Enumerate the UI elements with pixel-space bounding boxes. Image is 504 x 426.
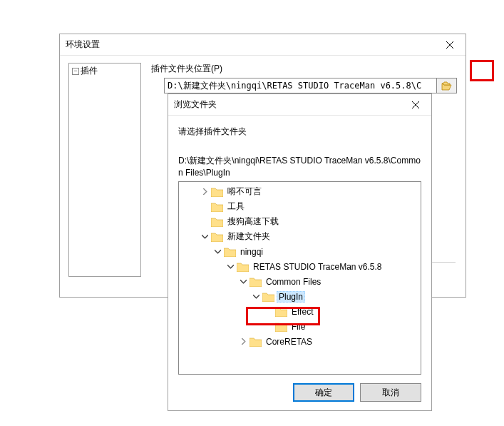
category-tree[interactable]: − 插件: [68, 63, 141, 277]
browse-folder-dialog: 浏览文件夹 请选择插件文件夹 D:\新建文件夹\ningqi\RETAS STU…: [168, 93, 432, 411]
browse-prompt: 请选择插件文件夹: [178, 126, 421, 138]
env-title: 环境设置: [66, 39, 100, 51]
expander-empty: [264, 308, 273, 316]
open-folder-icon: [441, 81, 453, 91]
tree-item[interactable]: Common Files: [179, 274, 421, 289]
tree-item[interactable]: RETAS STUDIO TraceMan v6.5.8: [179, 259, 421, 274]
chevron-down-icon[interactable]: [200, 233, 209, 241]
browse-current-path: D:\新建文件夹\ningqi\RETAS STUDIO TraceMan v6…: [178, 155, 421, 178]
plugin-path-input[interactable]: [164, 78, 437, 93]
expander-empty: [200, 203, 209, 211]
env-titlebar: 环境设置: [60, 34, 466, 56]
tree-label: File: [289, 321, 307, 333]
folder-icon: [275, 307, 287, 317]
tree-label: Effect: [289, 306, 315, 318]
tree-item[interactable]: File: [179, 319, 421, 334]
browse-body: 请选择插件文件夹 D:\新建文件夹\ningqi\RETAS STUDIO Tr…: [168, 116, 431, 410]
tree-item[interactable]: 嘚不可言: [179, 184, 421, 199]
minus-icon[interactable]: −: [72, 68, 79, 75]
tree-label: 工具: [225, 200, 247, 213]
tree-label: Common Files: [264, 276, 323, 288]
chevron-right-icon[interactable]: [200, 188, 209, 196]
browse-button-bar: 确定 取消: [178, 375, 421, 402]
tree-item[interactable]: Effect: [179, 304, 421, 319]
tree-item[interactable]: CoreRETAS: [179, 334, 421, 349]
tree-label: 嘚不可言: [225, 185, 264, 198]
env-close-button[interactable]: [433, 34, 466, 55]
folder-icon: [211, 202, 223, 212]
tree-item[interactable]: ningqi: [179, 244, 421, 259]
close-icon: [446, 41, 453, 49]
expander-empty: [264, 323, 273, 331]
tree-label: ningqi: [238, 246, 265, 258]
folder-icon: [275, 322, 287, 332]
category-item-plugin[interactable]: − 插件: [69, 64, 140, 78]
tree-label: 搜狗高速下载: [225, 215, 281, 228]
close-icon: [412, 101, 419, 108]
chevron-right-icon[interactable]: [239, 338, 247, 346]
tree-item-selected[interactable]: PlugIn: [179, 289, 421, 304]
tree-label: 新建文件夹: [225, 230, 272, 243]
chevron-down-icon[interactable]: [226, 263, 235, 271]
folder-icon: [211, 217, 223, 227]
tree-item[interactable]: 搜狗高速下载: [179, 214, 421, 229]
tree-label: PlugIn: [277, 291, 305, 303]
cancel-button[interactable]: 取消: [360, 383, 421, 402]
tree-item[interactable]: 新建文件夹: [179, 229, 421, 244]
folder-icon: [224, 247, 236, 257]
expander-empty: [200, 218, 209, 226]
browse-title: 浏览文件夹: [174, 98, 217, 111]
category-label: 插件: [81, 65, 98, 77]
tree-label: RETAS STUDIO TraceMan v6.5.8: [251, 261, 384, 273]
folder-icon: [262, 292, 274, 302]
path-row: [151, 78, 457, 93]
browse-button[interactable]: [437, 78, 457, 93]
browse-titlebar: 浏览文件夹: [168, 94, 431, 116]
folder-icon: [250, 277, 262, 287]
folder-tree[interactable]: 嘚不可言 工具 搜狗高速下载 新建文件夹 ningqi: [178, 181, 421, 375]
path-field-label: 插件文件夹位置(P): [151, 63, 457, 75]
chevron-down-icon[interactable]: [239, 278, 247, 286]
folder-icon: [250, 337, 262, 347]
folder-icon: [237, 262, 249, 272]
tree-item[interactable]: 工具: [179, 199, 421, 214]
tree-label: CoreRETAS: [264, 336, 314, 348]
chevron-down-icon[interactable]: [213, 248, 222, 256]
annotation-browse-highlight: [470, 60, 494, 81]
ok-button[interactable]: 确定: [293, 383, 354, 402]
browse-close-button[interactable]: [399, 94, 431, 115]
chevron-down-icon[interactable]: [252, 293, 260, 301]
folder-icon: [211, 232, 223, 242]
folder-icon: [211, 187, 223, 197]
